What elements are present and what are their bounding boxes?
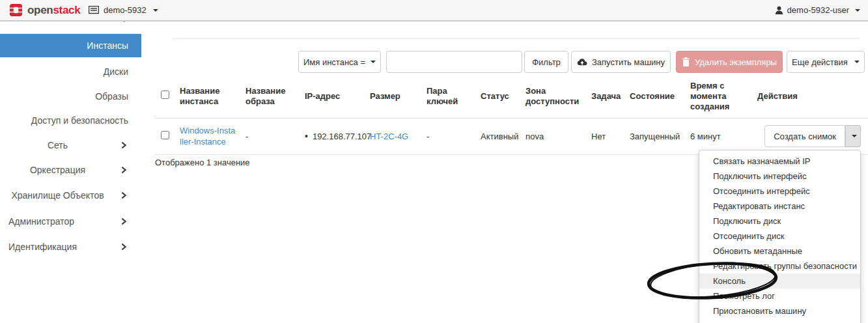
ip-address-value: 192.168.77.107 [313, 132, 371, 141]
sidebar-item-label: Инстансы [87, 40, 128, 51]
chevron-right-icon [119, 242, 128, 251]
flavor-link[interactable]: HT-2C-4G [370, 132, 408, 141]
key-pair-cell: - [420, 118, 474, 154]
chevron-right-icon [119, 217, 128, 226]
sidebar-item-access-security[interactable]: Доступ и безопасность [0, 109, 141, 132]
ip-address-cell: 192.168.77.107 [298, 118, 363, 154]
power-state-cell: Запущенный [623, 118, 684, 154]
caret-down-icon [852, 135, 857, 137]
more-actions-label: Еще действия [792, 57, 848, 67]
filter-field-select[interactable]: Имя инстанса = [298, 51, 381, 73]
items-count-text: Отображено 1 значение [155, 158, 250, 167]
sidebar-section-label: Администратор [8, 216, 74, 227]
menu-item-edit-instance[interactable]: Редактировать инстанс [699, 199, 860, 214]
menu-item-detach-volume[interactable]: Отсоединить диск [699, 229, 860, 244]
caret-down-icon [855, 9, 860, 12]
image-name-cell: - [239, 118, 298, 154]
filter-button[interactable]: Фильтр [524, 51, 568, 73]
launch-instance-button[interactable]: Запустить машину [571, 51, 671, 73]
status-cell: Активный [474, 118, 519, 154]
user-name: demo-5932-user [787, 5, 849, 15]
sidebar-item-volumes[interactable]: Диски [0, 61, 141, 83]
row-select-cell [154, 118, 173, 154]
age-cell: 6 минут [684, 118, 751, 154]
sidebar-section-admin[interactable]: Администратор [0, 210, 141, 232]
sidebar-section-identity[interactable]: Идентификация [0, 236, 141, 258]
task-cell: Нет [585, 118, 623, 154]
menu-item-edit-security-groups[interactable]: Редактировать группы безопасности [699, 259, 860, 274]
column-header-power-state[interactable]: Состояние [623, 75, 684, 118]
menu-item-view-log[interactable]: Посмотреть лог [699, 288, 860, 303]
column-header-availability-zone[interactable]: Зона доступности [519, 75, 585, 118]
actions-cell: Создать снимок [751, 118, 868, 154]
row-actions-menu: Связать назначаемый IP Подключить интерф… [699, 150, 861, 323]
brand-wordmark: openstack [27, 4, 80, 17]
openstack-logo[interactable]: openstack [9, 3, 80, 17]
top-bar: openstack demo-5932 demo-5932-user [0, 0, 868, 21]
project-name: demo-5932 [104, 5, 147, 15]
project-switcher[interactable]: demo-5932 [89, 0, 158, 20]
column-header-age[interactable]: Время с момента создания [684, 75, 751, 118]
delete-instances-button[interactable]: Удалить экземпляры [676, 51, 783, 73]
chevron-right-icon [119, 141, 128, 150]
select-all-header [154, 75, 173, 118]
menu-item-attach-volume[interactable]: Подключить диск [699, 214, 860, 229]
column-header-ip-address[interactable]: IP-адрес [298, 75, 363, 118]
caret-down-icon [153, 9, 158, 12]
column-header-actions: Действия [751, 75, 868, 118]
cloud-upload-icon [577, 58, 587, 66]
sidebar-section-label: Оркестрация [0, 159, 115, 181]
user-icon [775, 6, 783, 14]
sidebar-section-orchestration[interactable]: Оркестрация [0, 159, 141, 181]
ip-list-bullet [305, 132, 313, 141]
column-header-key-pair[interactable]: Пара ключей [420, 75, 474, 118]
menu-item-attach-interface[interactable]: Подключить интерфейс [699, 169, 860, 184]
row-actions-toggle[interactable] [845, 125, 861, 147]
menu-item-update-metadata[interactable]: Обновить метаданные [699, 244, 860, 259]
project-icon [89, 6, 99, 14]
more-actions-button[interactable]: Еще действия [787, 51, 865, 73]
table-header-row: Название инстанса Название образа IP-адр… [154, 75, 868, 118]
sidebar: Обзор Инстансы Диски Образы Доступ и без… [0, 0, 141, 323]
instance-name-link[interactable]: Windows-Installer-Instance [180, 126, 235, 147]
instance-name-cell: Windows-Installer-Instance [173, 118, 239, 154]
sidebar-item-images[interactable]: Образы [0, 85, 141, 107]
sidebar-section-label: Хранилище Объектов [0, 184, 115, 206]
row-checkbox[interactable] [161, 131, 169, 139]
filter-field-label: Имя инстанса = [303, 57, 365, 67]
menu-item-associate-floating-ip[interactable]: Связать назначаемый IP [699, 154, 860, 169]
caret-down-icon [371, 61, 376, 63]
sidebar-item-label: Образы [95, 91, 128, 102]
size-cell: HT-2C-4G [363, 118, 420, 154]
user-menu[interactable]: demo-5932-user [775, 0, 860, 20]
sidebar-section-label: Идентификация [8, 242, 77, 252]
column-header-size[interactable]: Размер [363, 75, 420, 118]
column-header-status[interactable]: Статус [474, 75, 519, 118]
menu-item-pause-instance[interactable]: Приостановить машину [699, 303, 860, 318]
caret-down-icon [854, 61, 860, 63]
create-snapshot-label: Создать снимок [774, 132, 836, 141]
menu-item-detach-interface[interactable]: Отсоединить интерфейс [699, 184, 860, 199]
sidebar-item-label: Диски [104, 66, 128, 77]
table-row: Windows-Installer-Instance - 192.168.77.… [154, 118, 868, 154]
sidebar-item-instances[interactable]: Инстансы [0, 34, 141, 57]
availability-zone-cell: nova [519, 118, 585, 154]
openstack-logo-icon [9, 3, 23, 17]
select-all-checkbox[interactable] [161, 91, 169, 99]
sidebar-section-label: Сеть [0, 134, 115, 156]
sidebar-section-object-store[interactable]: Хранилище Объектов [0, 184, 141, 206]
sidebar-section-network[interactable]: Сеть [0, 134, 141, 156]
filter-search-input[interactable] [386, 51, 522, 73]
column-header-instance-name[interactable]: Название инстанса [173, 75, 239, 118]
launch-button-label: Запустить машину [592, 57, 665, 67]
delete-button-label: Удалить экземпляры [695, 57, 777, 67]
chevron-right-icon [119, 165, 128, 175]
create-snapshot-button[interactable]: Создать снимок [764, 125, 845, 147]
main-content: Имя инстанса = Фильтр Запустить машину У… [141, 20, 868, 323]
menu-item-console[interactable]: Консоль [699, 274, 860, 288]
sidebar-item-label: Доступ и безопасность [31, 115, 128, 126]
page-header-divider [173, 38, 860, 39]
column-header-image-name[interactable]: Название образа [239, 75, 298, 118]
instances-table: Название инстанса Название образа IP-адр… [154, 75, 868, 155]
column-header-task[interactable]: Задача [585, 75, 623, 118]
